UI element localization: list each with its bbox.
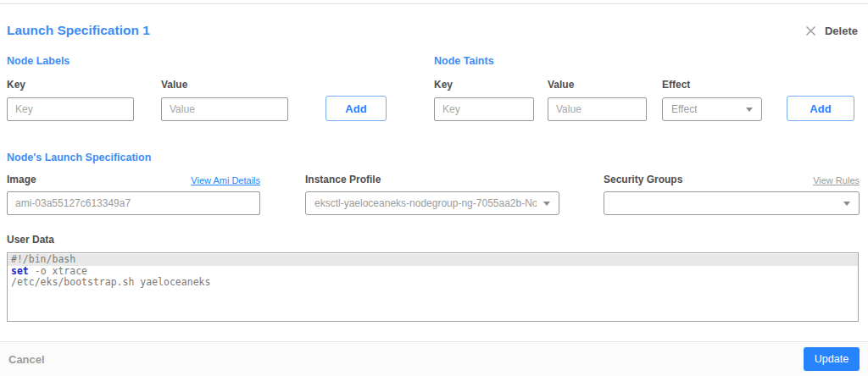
update-button[interactable]: Update bbox=[804, 347, 860, 371]
node-taints-effect-select[interactable]: Effect bbox=[662, 97, 762, 121]
node-labels-key-input[interactable] bbox=[7, 97, 134, 121]
node-taints-key-input[interactable] bbox=[434, 97, 534, 121]
image-field: Image View Ami Details bbox=[7, 163, 260, 215]
view-rules-link[interactable]: View Rules bbox=[813, 175, 860, 185]
labels-taints-row: Node Labels Key Value Add Node Taints Ke… bbox=[7, 55, 860, 121]
page-title: Launch Specification 1 bbox=[7, 23, 150, 38]
node-taints-key-field: Key bbox=[434, 79, 534, 121]
node-taints-value-label: Value bbox=[548, 79, 647, 91]
node-taints-heading: Node Taints bbox=[434, 55, 858, 67]
delete-button-label: Delete bbox=[825, 25, 858, 37]
launch-spec-section: Node's Launch Specification Image View A… bbox=[7, 152, 860, 215]
node-labels-value-label: Value bbox=[161, 79, 288, 91]
cancel-button[interactable]: Cancel bbox=[8, 353, 45, 366]
node-labels-fields: Key Value Add bbox=[7, 79, 434, 121]
delete-button[interactable]: Delete bbox=[805, 25, 860, 37]
node-labels-key-field: Key bbox=[7, 79, 134, 121]
node-labels-heading: Node Labels bbox=[7, 55, 434, 67]
image-input[interactable] bbox=[7, 191, 260, 215]
node-taints-value-field: Value bbox=[548, 79, 647, 121]
instance-profile-label: Instance Profile bbox=[305, 174, 381, 185]
user-data-section: User Data #!/bin/bash set -o xtrace /etc… bbox=[7, 234, 860, 322]
user-data-editor[interactable]: #!/bin/bash set -o xtrace /etc/eks/boots… bbox=[7, 252, 859, 322]
node-taints-section: Node Taints Key Value Effect Effect bbox=[434, 55, 858, 121]
security-groups-field: Security Groups View Rules bbox=[604, 163, 860, 215]
launch-spec-heading: Node's Launch Specification bbox=[7, 152, 860, 163]
node-taints-key-label: Key bbox=[434, 79, 534, 91]
security-groups-label: Security Groups bbox=[604, 174, 682, 185]
node-taints-effect-label: Effect bbox=[662, 79, 762, 91]
chevron-down-icon bbox=[543, 202, 550, 206]
node-taints-effect-field: Effect Effect bbox=[662, 79, 762, 121]
node-taints-value-input[interactable] bbox=[548, 97, 647, 121]
node-taints-fields: Key Value Effect Effect Add bbox=[434, 79, 858, 121]
node-taints-add-button[interactable]: Add bbox=[787, 96, 854, 121]
node-labels-value-input[interactable] bbox=[161, 97, 288, 121]
instance-profile-select[interactable]: eksctl-yaeloceaneks-nodegroup-ng-7055aa2… bbox=[305, 191, 559, 215]
image-label: Image bbox=[7, 174, 36, 185]
code-line: /etc/eks/bootstrap.sh yaeloceaneks bbox=[8, 277, 858, 289]
launch-spec-fields: Image View Ami Details Instance Profile … bbox=[7, 163, 860, 215]
node-labels-key-label: Key bbox=[7, 79, 134, 91]
node-labels-value-field: Value bbox=[161, 79, 288, 121]
footer-bar: Cancel Update bbox=[0, 341, 868, 376]
code-line: #!/bin/bash bbox=[8, 254, 858, 266]
chevron-down-icon bbox=[746, 108, 753, 112]
chevron-down-icon bbox=[843, 202, 850, 206]
launch-spec-panel: Launch Specification 1 Delete Node Label… bbox=[0, 23, 868, 322]
security-groups-select[interactable] bbox=[604, 191, 860, 215]
node-labels-section: Node Labels Key Value Add bbox=[7, 55, 434, 121]
close-icon bbox=[805, 25, 816, 36]
user-data-label: User Data bbox=[7, 234, 860, 246]
instance-profile-value: eksctl-yaeloceaneks-nodegroup-ng-7055aa2… bbox=[314, 197, 537, 209]
code-line: set -o xtrace bbox=[8, 266, 858, 278]
instance-profile-field: Instance Profile eksctl-yaeloceaneks-nod… bbox=[305, 163, 559, 215]
top-divider bbox=[0, 0, 868, 4]
node-labels-add-button[interactable]: Add bbox=[326, 96, 387, 121]
effect-select-value: Effect bbox=[671, 103, 697, 115]
panel-header: Launch Specification 1 Delete bbox=[7, 23, 860, 38]
view-ami-details-link[interactable]: View Ami Details bbox=[191, 175, 260, 185]
